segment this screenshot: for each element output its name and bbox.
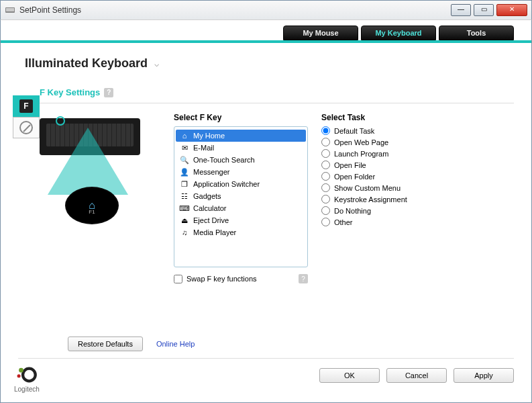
zoom-beam: [48, 128, 128, 195]
tab-label: My Keyboard: [375, 29, 421, 37]
tab-my-mouse[interactable]: My Mouse: [283, 26, 358, 40]
svg-point-2: [23, 369, 36, 382]
swap-label[interactable]: Swap F key functions: [187, 275, 257, 283]
task-option[interactable]: Open Folder: [321, 172, 514, 181]
side-tab-fkeys[interactable]: F: [13, 95, 40, 117]
task-label: Open Web Page: [334, 138, 388, 146]
fkey-label: E-Mail: [193, 144, 214, 152]
eject-icon: ⏏: [180, 216, 189, 225]
fkey-label: Calculator: [193, 204, 227, 212]
task-label: Open File: [334, 161, 366, 169]
mail-icon: ✉: [180, 143, 189, 152]
task-title: Select Task: [321, 113, 514, 122]
top-tabbar: My Mouse My Keyboard Tools: [1, 20, 531, 40]
cancel-label: Cancel: [405, 371, 428, 379]
help-icon[interactable]: ?: [104, 88, 113, 97]
fkey-item[interactable]: ⏏Eject Drive: [176, 214, 306, 226]
task-label: Show Custom Menu: [334, 184, 401, 192]
titlebar: SetPoint Settings — ▭ ✕: [0, 0, 532, 20]
music-icon: ♫: [180, 228, 189, 237]
online-help-link[interactable]: Online Help: [156, 340, 195, 348]
help-icon[interactable]: ?: [299, 274, 308, 283]
search-icon: 🔍: [180, 155, 189, 165]
highlight-ring-icon: [56, 116, 65, 126]
fkey-listbox[interactable]: ⌂My Home✉E-Mail🔍One-Touch Search👤Messeng…: [174, 126, 308, 267]
fkey-item[interactable]: ♫Media Player: [176, 226, 306, 238]
fkey-item[interactable]: 🔍One-Touch Search: [176, 154, 306, 166]
task-radio[interactable]: [321, 126, 330, 135]
fkey-item[interactable]: ❐Application Switcher: [176, 178, 306, 190]
restore-defaults-button[interactable]: Restore Defaults: [68, 337, 143, 351]
task-label: Open Folder: [334, 173, 375, 181]
device-selector[interactable]: Illuminated Keyboard ⌵: [1, 43, 531, 79]
task-option[interactable]: Default Task: [321, 126, 514, 135]
section-title: F Key Settings: [40, 87, 100, 97]
apply-label: Apply: [474, 371, 493, 379]
task-radio[interactable]: [321, 183, 330, 192]
task-option[interactable]: Show Custom Menu: [321, 183, 514, 192]
fkey-label: Eject Drive: [193, 216, 229, 224]
svg-rect-1: [6, 8, 14, 11]
apply-button[interactable]: Apply: [454, 368, 514, 383]
cancel-button[interactable]: Cancel: [386, 368, 447, 383]
task-option[interactable]: Other: [321, 218, 514, 226]
task-column: Select Task Default TaskOpen Web PageLau…: [321, 113, 514, 283]
task-label: Launch Program: [334, 150, 388, 158]
task-option[interactable]: Do Nothing: [321, 206, 514, 215]
task-radio[interactable]: [321, 172, 330, 181]
task-label: Default Task: [334, 127, 374, 135]
task-radio[interactable]: [321, 138, 330, 146]
side-tab-disabled[interactable]: [13, 117, 40, 138]
tab-tools[interactable]: Tools: [439, 26, 514, 40]
fkey-item[interactable]: ⌂My Home: [176, 130, 306, 142]
disable-icon: [19, 121, 33, 134]
divider: [40, 103, 514, 103]
fkey-item[interactable]: 👤Messenger: [176, 166, 306, 178]
task-radio[interactable]: [321, 195, 330, 204]
chevron-down-icon: ⌵: [154, 59, 159, 69]
svg-point-4: [17, 374, 20, 377]
swap-row: Swap F key functions ?: [174, 274, 308, 283]
switcher-icon: ❐: [180, 179, 189, 189]
minimize-button[interactable]: —: [451, 4, 471, 16]
device-name: Illuminated Keyboard: [25, 56, 148, 71]
task-radio[interactable]: [321, 161, 330, 169]
tab-my-keyboard[interactable]: My Keyboard: [361, 26, 436, 40]
keyboard-illustration: ⌂ F1: [40, 113, 160, 283]
side-tabs: F: [13, 95, 40, 138]
tab-label: Tools: [467, 29, 486, 37]
svg-point-3: [19, 368, 23, 373]
section-title-row: F Key Settings ?: [40, 87, 514, 97]
fkey-item[interactable]: ☷Gadgets: [176, 190, 306, 202]
footer-divider: [18, 358, 514, 359]
fkey-label: Gadgets: [193, 192, 221, 200]
restore-label: Restore Defaults: [78, 340, 133, 348]
fkey-label: My Home: [193, 132, 225, 140]
maximize-button[interactable]: ▭: [474, 4, 494, 16]
logitech-logo: Logitech: [14, 365, 40, 393]
close-button[interactable]: ✕: [496, 4, 527, 16]
swap-checkbox[interactable]: [174, 275, 182, 283]
fkey-label: Application Switcher: [193, 180, 260, 188]
task-radio[interactable]: [321, 149, 330, 158]
task-label: Do Nothing: [334, 207, 371, 215]
task-option[interactable]: Open File: [321, 161, 514, 169]
task-option[interactable]: Keystroke Assignment: [321, 195, 514, 204]
task-option[interactable]: Open Web Page: [321, 138, 514, 146]
ok-label: OK: [344, 371, 355, 379]
fkey-item[interactable]: ✉E-Mail: [176, 142, 306, 154]
gadgets-icon: ☷: [180, 191, 189, 201]
fkey-title: Select F Key: [174, 113, 308, 122]
window-title: SetPoint Settings: [19, 5, 448, 15]
fkey-label: One-Touch Search: [193, 156, 255, 164]
fkey-item[interactable]: ⌨Calculator: [176, 202, 306, 214]
logo-text: Logitech: [14, 386, 40, 393]
footer: Restore Defaults Online Help Logitech OK…: [1, 337, 531, 402]
task-radio[interactable]: [321, 218, 330, 226]
task-radio[interactable]: [321, 206, 330, 215]
task-label: Keystroke Assignment: [334, 195, 407, 204]
task-option[interactable]: Launch Program: [321, 149, 514, 158]
fkey-label: Media Player: [193, 228, 236, 236]
ok-button[interactable]: OK: [319, 368, 380, 383]
home-icon: ⌂: [180, 131, 189, 140]
